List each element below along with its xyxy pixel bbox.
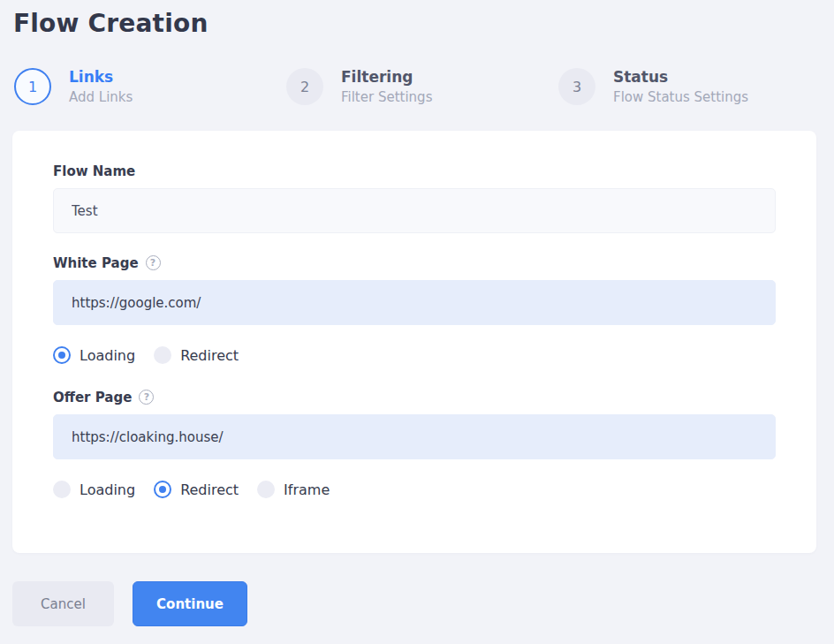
flow-name-input[interactable] <box>53 188 776 233</box>
white-page-option-redirect[interactable]: Redirect <box>154 346 239 364</box>
form-actions: Cancel Continue <box>12 581 834 626</box>
step-3-subtitle: Flow Status Settings <box>613 89 748 105</box>
flow-name-label: Flow Name <box>53 164 776 178</box>
offer-page-option-loading-label: Loading <box>80 481 135 498</box>
step-2-circle: 2 <box>286 68 323 105</box>
white-page-label: White Page ? <box>53 255 776 270</box>
step-2-title: Filtering <box>341 68 432 86</box>
offer-page-label-text: Offer Page <box>53 390 132 405</box>
step-2-number: 2 <box>300 79 309 95</box>
form-card: Flow Name White Page ? Loading Redirect … <box>12 131 816 553</box>
step-item-status[interactable]: 3 Status Flow Status Settings <box>558 68 830 105</box>
radio-unselected-icon[interactable] <box>53 481 71 498</box>
offer-page-option-loading[interactable]: Loading <box>53 481 135 498</box>
page-title: Flow Creation <box>13 9 834 38</box>
white-page-type-radio-group: Loading Redirect <box>53 346 776 364</box>
step-3-circle: 3 <box>558 68 595 105</box>
offer-page-help-icon[interactable]: ? <box>139 390 154 405</box>
radio-selected-icon[interactable] <box>53 346 71 364</box>
offer-page-option-redirect[interactable]: Redirect <box>154 481 239 498</box>
flow-name-label-text: Flow Name <box>53 164 135 178</box>
offer-page-option-iframe-label: Iframe <box>284 481 330 498</box>
cancel-button[interactable]: Cancel <box>12 581 114 626</box>
offer-page-option-iframe[interactable]: Iframe <box>257 481 330 498</box>
step-1-title: Links <box>69 68 133 86</box>
white-page-option-loading-label: Loading <box>80 347 135 364</box>
offer-page-label: Offer Page ? <box>53 390 776 405</box>
step-1-subtitle: Add Links <box>69 89 133 105</box>
step-item-filtering[interactable]: 2 Filtering Filter Settings <box>286 68 558 105</box>
offer-page-input[interactable] <box>53 414 776 459</box>
radio-unselected-icon[interactable] <box>154 346 171 364</box>
white-page-option-redirect-label: Redirect <box>180 347 239 364</box>
step-1-number: 1 <box>28 79 37 95</box>
step-2-subtitle: Filter Settings <box>341 89 432 105</box>
white-page-input[interactable] <box>53 280 776 325</box>
offer-page-type-radio-group: Loading Redirect Iframe <box>53 481 776 498</box>
white-page-help-icon[interactable]: ? <box>146 255 161 270</box>
offer-page-option-redirect-label: Redirect <box>180 481 239 498</box>
white-page-option-loading[interactable]: Loading <box>53 346 135 364</box>
step-item-links[interactable]: 1 Links Add Links <box>14 68 286 105</box>
radio-unselected-icon[interactable] <box>257 481 275 498</box>
radio-selected-icon[interactable] <box>154 481 171 498</box>
step-3-number: 3 <box>572 79 581 95</box>
step-3-title: Status <box>613 68 748 86</box>
continue-button[interactable]: Continue <box>133 581 247 626</box>
stepper: 1 Links Add Links 2 Filtering Filter Set… <box>0 68 834 105</box>
step-1-circle: 1 <box>14 68 51 105</box>
white-page-label-text: White Page <box>53 256 139 270</box>
